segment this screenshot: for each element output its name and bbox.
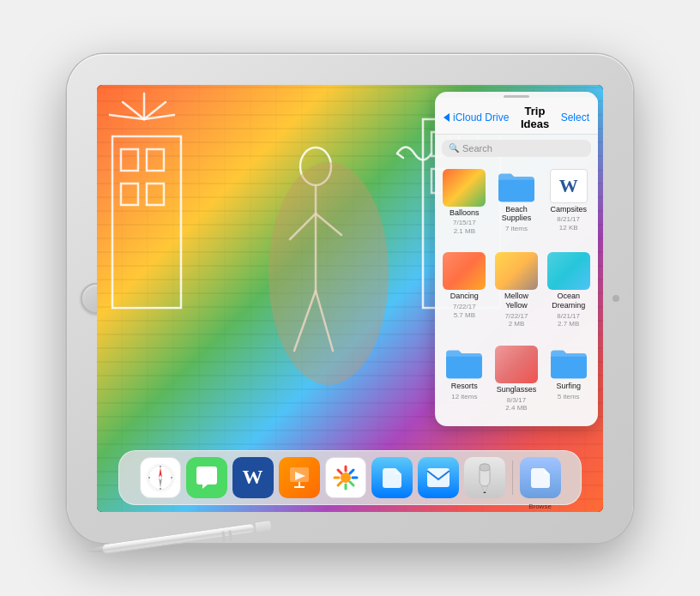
file-item-surfing[interactable]: Surfing 5 items: [544, 342, 593, 423]
search-placeholder: Search: [462, 143, 492, 154]
word-dock-icon-label: W: [243, 466, 263, 489]
camera-dot: [612, 295, 619, 302]
svg-line-42: [338, 482, 341, 485]
svg-rect-1: [121, 149, 138, 171]
folder-icon-surfing: [547, 346, 590, 380]
svg-point-47: [483, 491, 486, 493]
dock-mail[interactable]: [418, 457, 459, 498]
file-meta-surfing: 5 items: [558, 393, 580, 401]
files-grid: Balloons 7/15/172.1 MB BeachSupplies 7 i…: [435, 162, 598, 426]
file-item-campsites[interactable]: W Campsites 8/21/1712 KB: [544, 166, 593, 246]
dock: W: [118, 450, 582, 505]
svg-rect-3: [121, 184, 138, 205]
file-meta-ocean: 8/21/172.7 MB: [557, 312, 580, 328]
dock-browse[interactable]: Browse: [520, 457, 561, 498]
keynote-icon: [287, 465, 312, 491]
pencil-app-icon: [473, 462, 497, 493]
file-thumb-dancing: [443, 252, 486, 290]
folder-icon-beach: [495, 169, 538, 203]
file-name-surfing: Surfing: [556, 382, 581, 391]
file-thumb-balloons: [443, 169, 486, 207]
file-thumb-mellow: [495, 252, 538, 290]
mail-icon: [425, 467, 451, 489]
file-item-beach[interactable]: BeachSupplies 7 items: [492, 166, 541, 246]
dock-word[interactable]: W: [232, 457, 274, 498]
file-meta-mellow: 7/22/172 MB: [505, 312, 528, 328]
safari-icon: [145, 462, 176, 493]
photos-icon: [331, 463, 360, 492]
file-name-dancing: Dancing: [450, 292, 479, 301]
messages-icon: [194, 465, 220, 491]
svg-rect-46: [480, 464, 490, 471]
browse-label: Browse: [528, 503, 552, 510]
file-item-ocean[interactable]: OceanDreaming 8/21/172.7 MB: [544, 249, 593, 339]
svg-rect-4: [147, 184, 164, 205]
dock-files[interactable]: [371, 457, 413, 498]
files-icon: [379, 465, 405, 491]
file-name-ocean: OceanDreaming: [552, 292, 585, 310]
file-item-balloons[interactable]: Balloons 7/15/172.1 MB: [440, 166, 489, 246]
svg-rect-44: [427, 468, 450, 487]
svg-line-43: [350, 470, 353, 473]
file-meta-resorts: 12 items: [451, 393, 477, 401]
back-label: iCloud Drive: [453, 111, 509, 123]
chevron-left-icon: [444, 113, 450, 122]
file-name-resorts: Resorts: [451, 382, 478, 391]
dock-pencil-app[interactable]: [464, 457, 505, 498]
dock-photos[interactable]: [325, 457, 366, 498]
dock-messages[interactable]: [186, 457, 227, 498]
word-icon: W: [559, 175, 578, 197]
ipad-wrapper: iCloud Drive Trip Ideas Select 🔍 Search …: [33, 33, 667, 564]
pencil-band-2: [228, 530, 232, 540]
file-name-mellow: MellowYellow: [504, 292, 528, 310]
browse-icon: [528, 465, 553, 491]
file-item-resorts[interactable]: Resorts 12 items: [440, 342, 489, 423]
file-item-sunglasses[interactable]: Sunglasses 8/3/172.4 MB: [492, 342, 541, 423]
file-thumb-campsites: W: [550, 169, 588, 203]
dock-divider: [512, 461, 513, 495]
file-name-balloons: Balloons: [450, 208, 480, 218]
file-thumb-sunglasses: [495, 346, 538, 383]
file-meta-balloons: 7/15/172.1 MB: [453, 219, 476, 235]
svg-point-22: [269, 162, 389, 385]
file-item-dancing[interactable]: Dancing 7/22/175.7 MB: [440, 249, 489, 339]
file-thumb-ocean: [547, 252, 590, 290]
file-name-sunglasses: Sunglasses: [497, 385, 537, 394]
icloud-panel: iCloud Drive Trip Ideas Select 🔍 Search …: [435, 92, 598, 426]
panel-header: iCloud Drive Trip Ideas Select: [435, 98, 598, 135]
folder-icon-resorts: [443, 346, 486, 380]
file-meta-beach: 7 items: [505, 225, 528, 233]
back-button[interactable]: iCloud Drive: [444, 111, 509, 123]
ipad-body: iCloud Drive Trip Ideas Select 🔍 Search …: [67, 54, 633, 543]
pencil-cap: [254, 519, 273, 533]
dock-keynote[interactable]: [279, 457, 320, 498]
select-button[interactable]: Select: [561, 111, 589, 123]
file-name-beach: BeachSupplies: [502, 205, 532, 224]
svg-line-15: [397, 154, 403, 158]
svg-line-41: [350, 482, 353, 485]
svg-rect-2: [147, 149, 164, 171]
file-meta-dancing: 7/22/175.7 MB: [453, 303, 476, 319]
file-item-mellow[interactable]: MellowYellow 7/22/172 MB: [492, 249, 541, 339]
file-name-campsites: Campsites: [550, 205, 587, 214]
svg-line-40: [338, 470, 341, 473]
panel-title: Trip Ideas: [509, 105, 560, 130]
ipad-screen: iCloud Drive Trip Ideas Select 🔍 Search …: [97, 85, 603, 512]
search-icon: 🔍: [449, 143, 459, 153]
file-meta-sunglasses: 8/3/172.4 MB: [505, 396, 527, 412]
file-meta-campsites: 8/21/1712 KB: [557, 215, 580, 232]
search-bar[interactable]: 🔍 Search: [442, 140, 591, 157]
pencil-band-1: [221, 531, 226, 541]
dock-safari[interactable]: [140, 457, 181, 498]
